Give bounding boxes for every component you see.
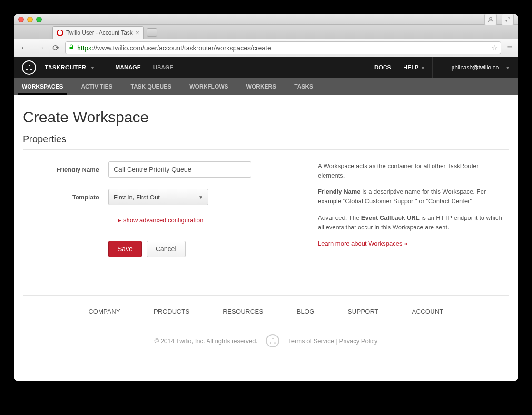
triangle-right-icon: ▶ [118,218,121,223]
subnav-task-queues[interactable]: TASK QUEUES [130,83,171,90]
profile-button[interactable] [484,14,497,25]
page-title: Create Workspace [23,109,509,126]
app-topbar: TASKROUTER ▼ MANAGE USAGE DOCS HELP▼ phi… [14,57,518,78]
close-window-icon[interactable] [18,17,24,22]
new-tab-button[interactable] [147,28,157,37]
twilio-logo-icon[interactable] [22,60,36,75]
subnav-activities[interactable]: ACTIVITIES [81,83,112,90]
tab-title: Twilio User - Account Task [66,30,133,36]
nav-usage[interactable]: USAGE [153,64,174,71]
page-content: Create Workspace Properties Friendly Nam… [14,95,518,381]
app-subnav: WORKSPACES ACTIVITIES TASK QUEUES WORKFL… [14,78,518,95]
product-name[interactable]: TASKROUTER [45,64,86,71]
cancel-button[interactable]: Cancel [147,241,186,257]
browser-tabbar: Twilio User - Account Task × [14,25,518,39]
help-text-1: A Workspace acts as the container for al… [318,161,504,180]
footer-link-products[interactable]: PRODUCTS [154,308,189,315]
help-text-2: Friendly Name is a descriptive name for … [318,187,504,206]
friendly-name-input[interactable] [108,161,251,178]
help-panel: A Workspace acts as the container for al… [318,161,509,257]
copyright: © 2014 Twilio, Inc. All rights reserved. [154,337,257,345]
show-advanced-toggle[interactable]: ▶ show advanced configuration [118,217,289,224]
svg-point-0 [490,17,492,20]
zoom-window-icon[interactable] [36,17,42,22]
minimize-window-icon[interactable] [27,17,33,22]
terms-link[interactable]: Terms of Service [288,337,334,345]
nav-docs[interactable]: DOCS [374,64,391,71]
browser-tab[interactable]: Twilio User - Account Task × [52,26,144,39]
template-select[interactable]: First In, First Out ▼ [108,189,208,205]
forward-button[interactable]: → [34,43,47,53]
twilio-logo-icon [266,334,279,347]
properties-form: Friendly Name Template First In, First O… [23,161,289,257]
url-text: https://www.twilio.com/user/account/task… [77,44,488,52]
lock-icon [69,44,74,52]
template-label: Template [23,194,108,201]
twilio-app: TASKROUTER ▼ MANAGE USAGE DOCS HELP▼ phi… [14,57,518,381]
back-button[interactable]: ← [18,43,30,53]
learn-more-link[interactable]: Learn more about Workspaces » [318,240,407,247]
section-title: Properties [23,134,509,150]
footer-link-support[interactable]: SUPPORT [348,308,379,315]
fullscreen-button[interactable] [502,14,514,25]
account-menu[interactable]: philnash@twilio.co...▼ [452,64,510,71]
footer-link-company[interactable]: COMPANY [89,308,120,315]
subnav-workers[interactable]: WORKERS [246,83,276,90]
window-titlebar [14,14,518,25]
template-value: First In, First Out [114,194,160,201]
help-text-3: Advanced: The Event Callback URL is an H… [318,213,504,232]
reload-button[interactable]: ⟳ [50,43,61,53]
footer-link-blog[interactable]: BLOG [296,308,314,315]
browser-toolbar: ← → ⟳ https://www.twilio.com/user/accoun… [14,39,518,57]
footer-link-resources[interactable]: RESOURCES [223,308,263,315]
chevron-down-icon: ▼ [198,195,203,200]
friendly-name-label: Friendly Name [23,166,108,173]
subnav-workspaces[interactable]: WORKSPACES [22,83,63,90]
twilio-favicon-icon [57,30,63,36]
browser-window: Twilio User - Account Task × ← → ⟳ https… [14,14,518,381]
nav-help[interactable]: HELP▼ [404,64,425,71]
chevron-down-icon[interactable]: ▼ [90,65,95,70]
save-button[interactable]: Save [108,241,142,257]
footer-link-account[interactable]: ACCOUNT [412,308,443,315]
page-footer: COMPANY PRODUCTS RESOURCES BLOG SUPPORT … [23,295,509,360]
hamburger-menu-icon[interactable]: ≡ [505,43,514,53]
subnav-workflows[interactable]: WORKFLOWS [189,83,228,90]
bookmark-star-icon[interactable]: ☆ [491,43,498,52]
close-tab-icon[interactable]: × [136,29,139,37]
privacy-link[interactable]: Privacy Policy [339,337,378,345]
address-bar[interactable]: https://www.twilio.com/user/account/task… [65,41,501,54]
nav-manage[interactable]: MANAGE [115,64,140,71]
subnav-tasks[interactable]: TASKS [294,83,313,90]
